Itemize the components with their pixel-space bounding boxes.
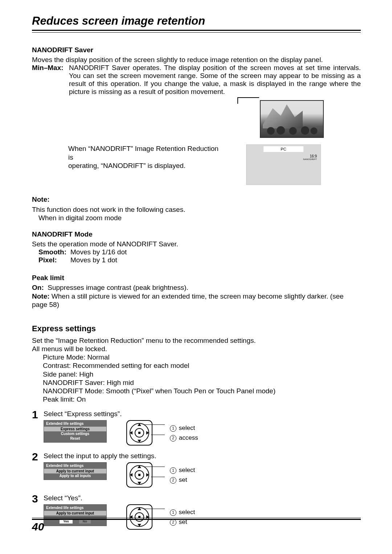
heading-nanodrift-mode: NANODRIFT Mode	[32, 230, 361, 238]
express-line: Picture Mode: Normal	[43, 353, 361, 361]
remote-joystick-icon	[126, 420, 152, 446]
step: 2Select the input to apply the settings.…	[32, 452, 361, 488]
note-line2: When in digital zoom mode	[38, 214, 361, 222]
heading-nanodrift-saver: NANODRIFT Saver	[32, 46, 361, 54]
page-number: 40	[32, 521, 361, 533]
nanodrift-operating-line1: When “NANODRIFT” Image Retention Reducti…	[68, 144, 224, 161]
osd-menu-item: Apply to all inputs	[44, 473, 106, 478]
express-line: Contrast: Recommended setting for each m…	[43, 361, 361, 370]
mode-smooth-text: Moves by 1/16 dot	[70, 248, 127, 256]
step-text: Select the input to apply the settings.	[44, 452, 361, 460]
osd-menu: Extended life settingsApply to current i…	[44, 462, 107, 480]
header-rule-thick	[32, 30, 361, 31]
step-text: Select “Express settings”.	[44, 410, 361, 418]
sample-picture	[260, 100, 324, 138]
mode-pixel-text: Moves by 1 dot	[70, 256, 117, 264]
osd-menu-item: Reset	[44, 436, 106, 441]
osd-aspect: 16:9	[310, 154, 317, 158]
osd-menu-title: Extended life settings	[44, 420, 106, 427]
step-number: 2	[32, 451, 38, 463]
peak-on: On: Suppresses image contrast (peak brig…	[32, 283, 361, 292]
osd-menu: Extended life settingsExpress settingsCu…	[44, 420, 107, 443]
figure-picture-mask	[32, 97, 361, 144]
osd-sample: PC 16:9 NANODRIFT	[246, 144, 321, 185]
joystick-labels: 1 select2 set	[170, 465, 195, 485]
step: 1Select “Express settings”.Extended life…	[32, 410, 361, 446]
mode-pixel-label: Pixel:	[38, 256, 70, 264]
step-number: 3	[32, 493, 38, 505]
express-line: Peak limit: On	[43, 395, 361, 403]
osd-input: PC	[264, 146, 303, 152]
svg-rect-3	[138, 432, 140, 434]
express-line: Side panel: High	[43, 370, 361, 378]
heading-peak-limit: Peak limit	[32, 274, 361, 282]
minmax-label: Min–Max:	[32, 64, 69, 96]
express-intro2: All menus will be locked.	[32, 345, 361, 353]
svg-rect-11	[138, 474, 140, 476]
peak-note: Note: When a still picture is viewed for…	[32, 292, 361, 309]
osd-menu-title: Extended life settings	[44, 505, 106, 511]
page-footer: 40	[32, 518, 361, 533]
osd-nanodrift-tag: NANODRIFT	[303, 158, 317, 160]
nanodrift-intro: Moves the display position of the screen…	[32, 56, 361, 64]
osd-menu-title: Extended life settings	[44, 463, 106, 469]
express-line: NANODRIFT Mode: Smooth (“Pixel” when Tou…	[43, 387, 361, 395]
minmax-body: NANODRIFT Saver operates. The display po…	[69, 64, 361, 96]
osd-menu-item: Express settings	[44, 427, 106, 431]
express-intro1: Set the “Image Retention Reduction” menu…	[32, 336, 361, 345]
header-rule-thin	[32, 32, 361, 33]
remote-joystick-icon	[126, 462, 152, 488]
step-text: Select “Yes”.	[44, 494, 361, 502]
page-title: Reduces screen image retention	[32, 15, 361, 29]
note-label: Note:	[32, 195, 361, 204]
nanodrift-mode-intro: Sets the operation mode of NANODRIFT Sav…	[32, 240, 361, 248]
mode-smooth-label: Smooth:	[38, 248, 70, 256]
note-line1: This function does not work in the follo…	[32, 205, 361, 214]
joystick-labels: 1 select2 access	[170, 423, 198, 443]
osd-menu-item: Apply to current input	[44, 511, 106, 516]
nanodrift-operating-line2: operating, “NANODRIFT” is displayed.	[68, 161, 224, 170]
express-line: NANODRIFT Saver: High mid	[43, 378, 361, 387]
step-number: 1	[32, 409, 38, 421]
osd-menu-item: Apply to current input	[44, 469, 106, 473]
heading-express-settings: Express settings	[32, 324, 361, 333]
osd-menu-item: Custom settings	[44, 431, 106, 436]
